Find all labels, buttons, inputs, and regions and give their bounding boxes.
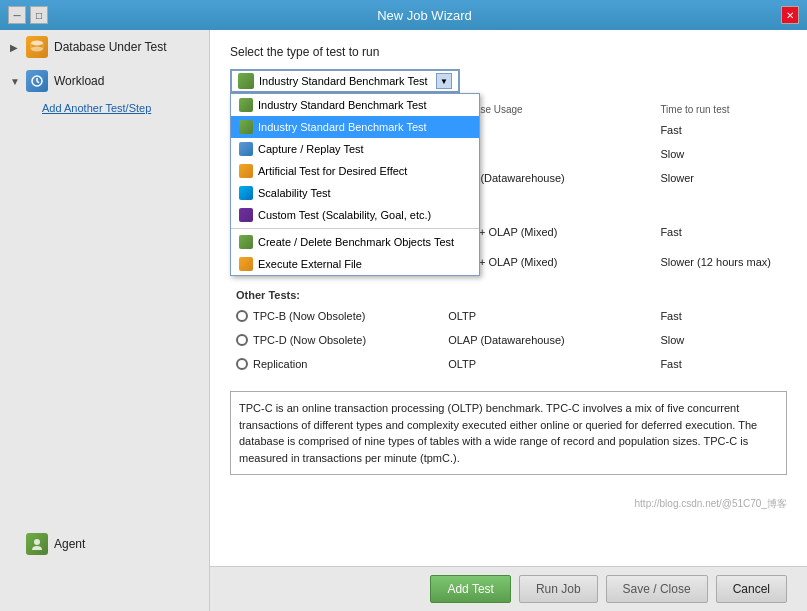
dropdown-option-0[interactable]: Industry Standard Benchmark Test	[231, 94, 479, 116]
tpcd-type: OLAP (Datawarehouse)	[442, 328, 654, 352]
description-box: TPC-C is an online transaction processin…	[230, 391, 787, 475]
run-job-button[interactable]: Run Job	[519, 575, 598, 603]
workload-label: Workload	[54, 74, 104, 88]
replication-type: OLTP	[442, 352, 654, 376]
main-window: ─ □ New Job Wizard ✕ ▶ Database Under Te…	[0, 0, 807, 611]
window-title: New Job Wizard	[68, 8, 781, 23]
option-label-4: Scalability Test	[258, 187, 331, 199]
watermark: http://blog.csdn.net/@51C70_博客	[635, 497, 787, 511]
option-icon-1	[239, 120, 253, 134]
option-label-3: Artificial Test for Desired Effect	[258, 165, 407, 177]
database-label: Database Under Test	[54, 40, 167, 54]
option-label-1: Industry Standard Benchmark Test	[258, 121, 427, 133]
tpcb-speed: Fast	[654, 304, 787, 328]
instruction-text: Select the type of test to run	[230, 45, 787, 59]
dropdown-option-4[interactable]: Scalability Test	[231, 182, 479, 204]
svg-point-0	[31, 41, 43, 46]
add-test-link[interactable]: Add Another Test/Step	[0, 98, 209, 118]
tpch-speed: Slower	[654, 166, 787, 190]
main-panel: Select the type of test to run Industry …	[210, 30, 807, 611]
dropdown-arrow-icon[interactable]: ▼	[436, 73, 452, 89]
titlebar: ─ □ New Job Wizard ✕	[0, 0, 807, 30]
tpcd-speed: Slow	[654, 328, 787, 352]
main-content: Select the type of test to run Industry …	[210, 30, 807, 566]
tpcb-label: TPC-B (Now Obsolete)	[253, 310, 365, 322]
option-label-7: Execute External File	[258, 258, 362, 270]
workload-icon	[26, 70, 48, 92]
option-label-6: Create / Delete Benchmark Objects Test	[258, 236, 454, 248]
dropdown-selected-text: Industry Standard Benchmark Test	[259, 75, 436, 87]
dropdown-option-2[interactable]: Capture / Replay Test	[231, 138, 479, 160]
test-row-replication: Replication OLTP Fast	[230, 352, 787, 376]
option-icon-7	[239, 257, 253, 271]
dropdown-header[interactable]: Industry Standard Benchmark Test ▼	[230, 69, 460, 93]
radio-replication[interactable]	[236, 358, 248, 370]
agent-icon	[26, 533, 48, 555]
dropdown-option-7[interactable]: Execute External File	[231, 253, 479, 275]
tpcb-type: OLTP	[442, 304, 654, 328]
tpce-speed: Slow	[654, 142, 787, 166]
radio-tpcd[interactable]	[236, 334, 248, 346]
sidebar-item-database[interactable]: ▶ Database Under Test	[0, 30, 209, 64]
cancel-button[interactable]: Cancel	[716, 575, 787, 603]
scalable-hw-speed: Slower (12 hours max)	[654, 244, 787, 280]
other-tests-header-row: Other Tests:	[230, 286, 787, 304]
as3ap-speed: Fast	[654, 220, 787, 244]
dropdown-option-3[interactable]: Artificial Test for Desired Effect	[231, 160, 479, 182]
tpcc-speed: Fast	[654, 118, 787, 142]
option-icon-6	[239, 235, 253, 249]
radio-tpcb[interactable]	[236, 310, 248, 322]
sidebar: ▶ Database Under Test ▼ Workload Add Ano…	[0, 30, 210, 611]
test-row-tpcb: TPC-B (Now Obsolete) OLTP Fast	[230, 304, 787, 328]
dropdown-divider	[231, 228, 479, 229]
other-tests-label: Other Tests:	[236, 289, 300, 301]
add-test-button[interactable]: Add Test	[430, 575, 510, 603]
close-button[interactable]: ✕	[781, 6, 799, 24]
replication-speed: Fast	[654, 352, 787, 376]
tpcd-label: TPC-D (Now Obsolete)	[253, 334, 366, 346]
collapse-arrow: ▼	[10, 76, 20, 87]
option-label-2: Capture / Replay Test	[258, 143, 364, 155]
option-icon-0	[239, 98, 253, 112]
replication-label: Replication	[253, 358, 307, 370]
option-label-5: Custom Test (Scalability, Goal, etc.)	[258, 209, 431, 221]
minimize-button[interactable]: ─	[8, 6, 26, 24]
dropdown-selected-icon	[238, 73, 254, 89]
dropdown-menu: Industry Standard Benchmark Test Industr…	[230, 93, 480, 276]
option-icon-4	[239, 186, 253, 200]
content-area: ▶ Database Under Test ▼ Workload Add Ano…	[0, 30, 807, 611]
dropdown-option-6[interactable]: Create / Delete Benchmark Objects Test	[231, 231, 479, 253]
sidebar-item-workload[interactable]: ▼ Workload	[0, 64, 209, 98]
save-close-button[interactable]: Save / Close	[606, 575, 708, 603]
option-label-0: Industry Standard Benchmark Test	[258, 99, 427, 111]
option-icon-5	[239, 208, 253, 222]
option-icon-3	[239, 164, 253, 178]
test-type-dropdown[interactable]: Industry Standard Benchmark Test ▼ Indus…	[230, 69, 460, 93]
svg-point-2	[31, 47, 43, 52]
option-icon-2	[239, 142, 253, 156]
expand-arrow: ▶	[10, 42, 20, 53]
sidebar-item-agent[interactable]: ▶ Agent	[0, 527, 210, 561]
database-icon	[26, 36, 48, 58]
agent-label: Agent	[54, 537, 85, 551]
sidebar-bottom: ▶ Agent	[0, 527, 210, 561]
svg-point-4	[34, 539, 40, 545]
dropdown-option-5[interactable]: Custom Test (Scalability, Goal, etc.)	[231, 204, 479, 226]
dropdown-option-1[interactable]: Industry Standard Benchmark Test	[231, 116, 479, 138]
maximize-button[interactable]: □	[30, 6, 48, 24]
footer: Add Test Run Job Save / Close Cancel	[210, 566, 807, 611]
test-row-tpcd: TPC-D (Now Obsolete) OLAP (Datawarehouse…	[230, 328, 787, 352]
